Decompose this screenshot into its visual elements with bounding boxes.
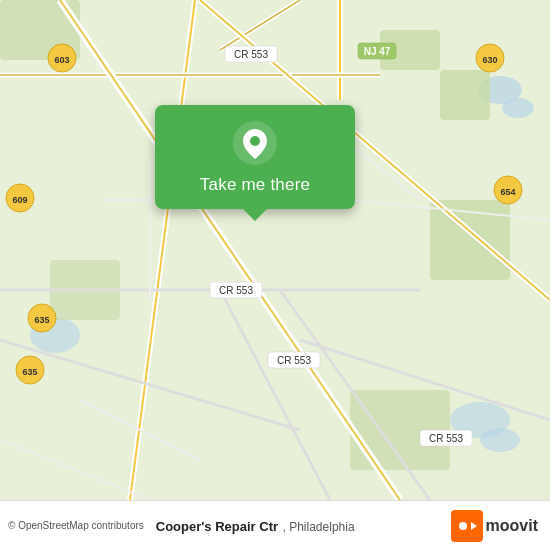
footer-info: Cooper's Repair Ctr , Philadelphia bbox=[144, 517, 451, 535]
take-me-there-button[interactable]: Take me there bbox=[200, 175, 310, 195]
svg-point-2 bbox=[502, 98, 534, 118]
map-svg: CR 553 NJ 47 603 630 654 609 635 635 CR … bbox=[0, 0, 550, 500]
svg-text:609: 609 bbox=[12, 195, 27, 205]
location-pin-icon bbox=[233, 121, 277, 165]
osm-credit: © OpenStreetMap contributors bbox=[8, 520, 144, 531]
map-container[interactable]: CR 553 NJ 47 603 630 654 609 635 635 CR … bbox=[0, 0, 550, 500]
moovit-logo: moovit bbox=[451, 510, 538, 542]
place-subtitle: , Philadelphia bbox=[283, 520, 355, 534]
svg-text:654: 654 bbox=[500, 187, 515, 197]
place-name: Cooper's Repair Ctr bbox=[156, 519, 278, 534]
svg-text:635: 635 bbox=[22, 367, 37, 377]
footer-left: © OpenStreetMap contributors bbox=[8, 520, 144, 531]
svg-point-4 bbox=[480, 428, 520, 452]
svg-rect-7 bbox=[440, 70, 490, 120]
moovit-icon bbox=[451, 510, 483, 542]
footer-bar: © OpenStreetMap contributors Cooper's Re… bbox=[0, 500, 550, 550]
svg-text:NJ 47: NJ 47 bbox=[364, 46, 391, 57]
svg-text:603: 603 bbox=[54, 55, 69, 65]
svg-text:630: 630 bbox=[482, 55, 497, 65]
svg-text:CR 553: CR 553 bbox=[234, 49, 268, 60]
svg-point-60 bbox=[459, 522, 467, 530]
svg-text:CR 553: CR 553 bbox=[219, 285, 253, 296]
moovit-text: moovit bbox=[486, 517, 538, 535]
svg-point-58 bbox=[250, 136, 260, 146]
svg-text:CR 553: CR 553 bbox=[277, 355, 311, 366]
svg-text:CR 553: CR 553 bbox=[429, 433, 463, 444]
svg-text:635: 635 bbox=[34, 315, 49, 325]
location-popup[interactable]: Take me there bbox=[155, 105, 355, 209]
